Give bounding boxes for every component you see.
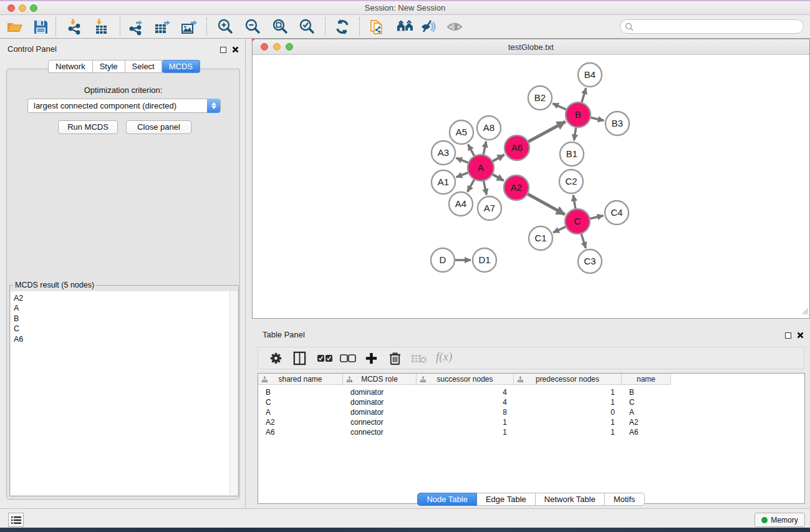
clone-network-icon[interactable] xyxy=(369,18,386,36)
delete-column-icon[interactable] xyxy=(388,351,402,368)
criterion-dropdown[interactable]: largest connected component (directed) xyxy=(27,99,221,113)
zoom-in-icon[interactable] xyxy=(216,18,234,36)
control-panel-title: Control Panel xyxy=(7,44,57,54)
list-item[interactable]: B xyxy=(11,314,238,324)
refresh-icon[interactable] xyxy=(334,18,351,36)
import-table-icon[interactable] xyxy=(94,18,111,36)
toolbar-separator xyxy=(120,17,120,36)
hide-selected-icon[interactable] xyxy=(420,18,437,36)
table-cell: 0 xyxy=(514,407,622,417)
export-table-icon[interactable] xyxy=(154,18,171,36)
graph-node-label: A6 xyxy=(511,142,523,153)
tab-edge-table[interactable]: Edge Table xyxy=(477,493,536,506)
show-columns-icon[interactable] xyxy=(292,351,307,368)
zoom-fit-icon[interactable] xyxy=(271,18,289,36)
tab-network[interactable]: Network xyxy=(48,60,93,73)
column-header-name[interactable]: name xyxy=(622,374,671,385)
column-header-predecessor-nodes[interactable]: predecessor nodes xyxy=(514,374,622,385)
table-cell: 1 xyxy=(417,427,514,437)
table-settings-icon[interactable] xyxy=(269,351,283,368)
network-window-titlebar: testGlobe.txt xyxy=(253,39,809,55)
resize-grip-icon[interactable] xyxy=(800,306,809,317)
table-panel: Table Panel xyxy=(252,324,810,508)
close-table-panel-icon[interactable] xyxy=(797,330,804,341)
tab-mcds[interactable]: MCDS xyxy=(162,60,200,73)
zoom-selected-icon[interactable] xyxy=(298,18,316,36)
search-input xyxy=(635,21,798,32)
open-session-icon[interactable] xyxy=(6,18,23,36)
select-all-columns-icon[interactable] xyxy=(317,354,333,365)
table-row[interactable]: Bdominator41B xyxy=(258,387,804,397)
control-panel-header: Control Panel xyxy=(0,39,245,57)
list-icon xyxy=(11,515,22,525)
list-item[interactable]: A xyxy=(11,303,238,313)
table-cell: dominator xyxy=(343,397,417,407)
table-cell: 1 xyxy=(417,417,514,427)
table-cell: 4 xyxy=(417,397,514,407)
table-cell: 1 xyxy=(514,427,622,437)
table-row[interactable]: Cdominator41C xyxy=(258,397,804,407)
save-session-icon[interactable] xyxy=(32,18,49,36)
export-network-icon[interactable] xyxy=(127,18,145,36)
delete-table-icon xyxy=(411,354,427,366)
first-neighbors-icon[interactable] xyxy=(397,18,414,36)
table-row[interactable]: A6connector11A6 xyxy=(258,427,804,437)
table-panel-tabs: Node TableEdge TableNetwork TableMotifs xyxy=(252,493,810,506)
table-row[interactable]: A2connector11A2 xyxy=(258,417,804,427)
result-scrollbar[interactable] xyxy=(229,291,238,495)
memory-button[interactable]: Memory xyxy=(755,513,805,527)
function-builder-icon: f(x) xyxy=(436,350,452,364)
show-panels-menu-button[interactable] xyxy=(8,513,24,527)
tab-network-table[interactable]: Network Table xyxy=(536,493,605,506)
mcds-tab-panel: Optimization criterion: largest connecte… xyxy=(6,69,240,500)
zoom-out-icon[interactable] xyxy=(244,18,261,36)
unselect-all-columns-icon[interactable] xyxy=(340,354,356,365)
network-graph: B4B2BB3A5A8A6A3B1AA1C2A2A4A7C4CC1C3DD1 xyxy=(253,56,809,319)
table-cell: A xyxy=(622,407,671,417)
network-canvas[interactable]: B4B2BB3A5A8A6A3B1AA1C2A2A4A7C4CC1C3DD1 xyxy=(253,56,809,318)
table-cell: connector xyxy=(343,417,417,427)
graph-node-label: A7 xyxy=(484,203,495,213)
tab-style[interactable]: Style xyxy=(93,60,125,73)
search-icon xyxy=(625,22,634,32)
column-header-successor-nodes[interactable]: successor nodes xyxy=(417,374,514,385)
export-image-icon[interactable] xyxy=(181,18,198,36)
optimization-criterion-label: Optimization criterion: xyxy=(7,85,239,95)
close-panel-button[interactable]: Close panel xyxy=(126,120,191,134)
show-all-icon[interactable] xyxy=(446,18,463,36)
desktop-strip-bottom xyxy=(0,528,810,532)
close-panel-icon[interactable] xyxy=(232,44,239,56)
search-field[interactable] xyxy=(620,19,804,34)
table-row[interactable]: Adominator80A xyxy=(258,407,804,417)
tab-motifs[interactable]: Motifs xyxy=(605,493,645,506)
graph-node-label: B3 xyxy=(612,118,623,128)
table-cell: 8 xyxy=(417,407,514,417)
graph-node-label: A5 xyxy=(456,127,467,137)
toolbar-separator xyxy=(359,17,360,36)
tab-node-table[interactable]: Node Table xyxy=(417,493,477,506)
table-cell: 1 xyxy=(514,417,622,427)
tab-select[interactable]: Select xyxy=(125,60,162,73)
graph-node-label: C1 xyxy=(534,233,546,243)
graph-node-label: A1 xyxy=(438,177,449,187)
toolbar-separator xyxy=(206,17,207,36)
import-network-icon[interactable] xyxy=(66,18,84,36)
list-item[interactable]: C xyxy=(11,324,238,334)
list-item[interactable]: A6 xyxy=(11,334,238,344)
table-cell: B xyxy=(258,387,343,397)
table-cell: C xyxy=(258,397,343,407)
column-header-MCDS-role[interactable]: MCDS role xyxy=(343,374,417,385)
graph-node-label: B2 xyxy=(534,92,546,103)
table-cell: connector xyxy=(343,427,417,437)
mcds-result-list: A2ABCA6 xyxy=(11,291,238,495)
list-item[interactable]: A2 xyxy=(11,293,238,303)
table-header-row: shared nameMCDS rolesuccessor nodesprede… xyxy=(258,374,671,385)
run-mcds-button[interactable]: Run MCDS xyxy=(58,120,118,134)
column-header-shared-name[interactable]: shared name xyxy=(258,374,343,385)
add-column-icon[interactable] xyxy=(364,351,378,368)
float-panel-icon[interactable] xyxy=(220,47,226,53)
graph-node-label: C4 xyxy=(610,207,622,218)
table-cell: A6 xyxy=(258,427,343,437)
float-table-panel-icon[interactable] xyxy=(785,332,791,339)
table-cell: 1 xyxy=(514,387,622,397)
